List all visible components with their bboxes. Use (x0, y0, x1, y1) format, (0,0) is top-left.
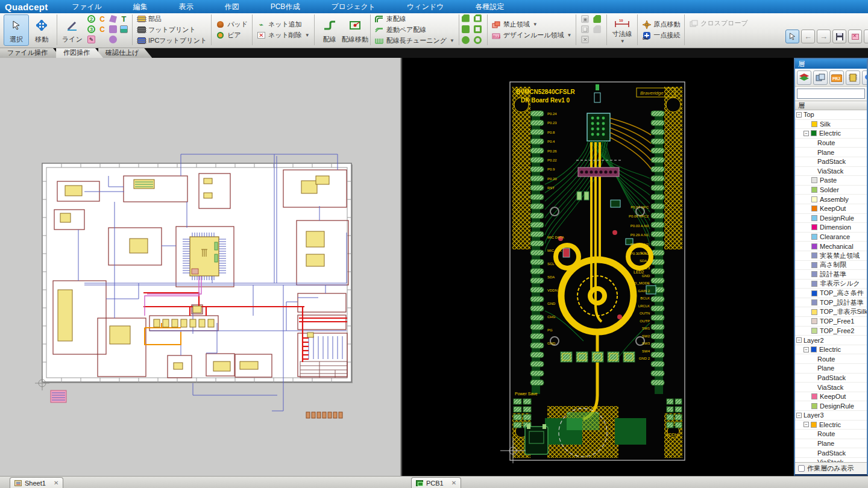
prj-folder-icon[interactable]: PRJ (829, 70, 844, 85)
doc-tab-1[interactable]: 作図操作 (56, 48, 103, 58)
layers-stack-icon[interactable] (797, 70, 811, 85)
layer-row-TOP_Free2[interactable]: TOP_Free2 (795, 327, 867, 336)
layer-row-Assembly[interactable]: Assembly (795, 195, 867, 204)
line-button[interactable]: ライン (60, 14, 85, 46)
layer-row-ViaStack[interactable]: ViaStack (795, 458, 867, 462)
doc-tab-0[interactable]: ファイル操作 (0, 48, 61, 58)
layer-row-Layer2[interactable]: −Layer2 (795, 336, 867, 345)
layer-row-Plane[interactable]: Plane (795, 439, 867, 449)
arc-3pt-icon[interactable]: C (98, 25, 106, 33)
layer-row-PadStack[interactable]: PadStack (795, 157, 867, 167)
diff-pair-button[interactable]: 差動ペア配線 (373, 25, 456, 35)
component-icon[interactable] (846, 70, 860, 85)
filled-rect-icon[interactable] (462, 25, 470, 33)
pcb1-tab[interactable]: PCB1 ✕ (411, 477, 461, 488)
length-tuning-button[interactable]: 配線長チューニング▼ (373, 36, 456, 46)
net-add-button[interactable]: ⌁ ネット追加 (255, 19, 312, 30)
polygon-icon[interactable] (109, 15, 117, 23)
text-tool-icon[interactable]: T (120, 15, 128, 23)
save-button[interactable] (832, 30, 846, 43)
footprint-button[interactable]: フットプリント (135, 25, 209, 35)
layer-row-Paste[interactable]: Paste (795, 176, 867, 186)
layer-row-非表示シルク[interactable]: 非表示シルク (795, 280, 867, 289)
rect-icon[interactable] (109, 25, 117, 33)
edit-pencil-icon[interactable]: ✎ (87, 36, 95, 43)
layer-expander[interactable]: − (804, 347, 809, 352)
close-window-button[interactable] (848, 30, 862, 43)
move-button[interactable]: 移動 (29, 14, 54, 46)
layer-row-Route[interactable]: Route (795, 139, 867, 148)
layer-row-設計基準[interactable]: 設計基準 (795, 270, 867, 280)
menu-item-4[interactable]: PCB作成 (255, 0, 316, 13)
menu-item-6[interactable]: ウィンドウ (391, 0, 459, 13)
quick-select-button[interactable] (785, 30, 799, 43)
layer-row-Top[interactable]: −Top (795, 110, 867, 120)
sheet1-close-icon[interactable]: ✕ (54, 480, 58, 486)
filled-polygon-icon[interactable] (462, 14, 470, 22)
image-icon[interactable] (120, 25, 128, 33)
bundle-route-button[interactable]: 束配線 (373, 14, 456, 24)
layer-expander[interactable]: − (796, 112, 802, 117)
layer-row-Electric[interactable]: −Electric (795, 421, 867, 430)
layer-expander[interactable]: − (804, 422, 809, 427)
layer-row-PadStack[interactable]: PadStack (795, 448, 867, 458)
outline-rect-icon[interactable] (474, 25, 482, 33)
menu-item-2[interactable]: 表示 (163, 0, 209, 13)
windows-icon[interactable] (813, 70, 828, 85)
select-button[interactable]: 選択 (4, 14, 29, 46)
area-green-icon[interactable] (593, 15, 601, 23)
single-point-button[interactable]: GND 一点接続 (640, 30, 682, 40)
route-button[interactable]: 配線 (317, 14, 342, 46)
undo-back-button[interactable]: ← (801, 30, 815, 43)
route-move-button[interactable]: 配線移動 (342, 14, 368, 46)
zoom-button[interactable] (864, 30, 868, 43)
layer-row-KeepOut[interactable]: KeepOut (795, 392, 867, 402)
layer-row-Silk[interactable]: Silk (795, 120, 867, 130)
layer-row-Clearance[interactable]: Clearance (795, 233, 867, 242)
menu-item-1[interactable]: 編集 (118, 0, 163, 13)
layer-row-TOP_Free1[interactable]: TOP_Free1 (795, 317, 867, 327)
layer-row-Plane[interactable]: Plane (795, 364, 867, 374)
layer-row-ViaStack[interactable]: ViaStack (795, 383, 867, 392)
layer-row-Layer3[interactable]: −Layer3 (795, 411, 867, 421)
layer-row-DesignRule[interactable]: DesignRule (795, 401, 867, 411)
layer-row-高さ制限[interactable]: 高さ制限 (795, 261, 867, 271)
circle-3pt-icon[interactable]: 3 (87, 25, 95, 33)
layer-expander[interactable]: − (796, 337, 802, 343)
keepout-area-button[interactable]: 禁止領域▼ (490, 19, 573, 30)
outline-polygon-icon[interactable] (474, 14, 482, 22)
dimension-button[interactable]: 10 寸法線 ▼ (609, 14, 635, 46)
pad-button[interactable]: パッド (214, 19, 250, 30)
layer-row-ViaStack[interactable]: ViaStack (795, 167, 867, 177)
ipc-footprint-button[interactable]: IPCフットプリント (135, 36, 209, 46)
net-delete-button[interactable]: ✕ ネット削除▼ (255, 30, 312, 40)
via-button[interactable]: ビア (214, 30, 250, 40)
origin-move-button[interactable]: 原点移動 (640, 19, 682, 30)
layer-row-TOP_高さ条件[interactable]: TOP_高さ条件 (795, 289, 867, 298)
layer-row-Route[interactable]: Route (795, 430, 867, 439)
menu-item-0[interactable]: ファイル (57, 0, 118, 13)
doc-tab-2[interactable]: 確認仕上げ (98, 48, 152, 58)
circle-2pt-icon[interactable]: 2 (87, 15, 95, 23)
layer-row-TOP_設計基準[interactable]: TOP_設計基準 (795, 298, 867, 308)
layer-filter-input[interactable] (797, 89, 865, 99)
schematic-canvas[interactable] (0, 58, 401, 476)
pcb1-close-icon[interactable]: ✕ (451, 480, 456, 486)
pcb-canvas[interactable]: BVMCN52840CFSLR DK Board Rev1 0 Braverid… (403, 58, 794, 476)
layer-row-Plane[interactable]: Plane (795, 148, 867, 157)
layer-row-TOP_非表示Silk[interactable]: TOP_非表示Silk (795, 307, 867, 317)
layer-row-Mechanical[interactable]: Mechanical (795, 242, 867, 251)
layer-row-Solder[interactable]: Solder (795, 186, 867, 195)
design-rule-area-button[interactable]: RULE デザインルール領域▼ (490, 30, 573, 40)
layer-row-Electric[interactable]: −Electric (795, 345, 867, 355)
layer-row-Dimension[interactable]: Dimension (795, 223, 867, 233)
working-layer-only-row[interactable]: 作業層のみ表示 (795, 462, 867, 474)
arc-2pt-icon[interactable]: C (98, 15, 106, 23)
filled-circle-icon[interactable] (462, 36, 470, 44)
layer-row-Route[interactable]: Route (795, 354, 867, 364)
layer-expander[interactable]: − (796, 413, 802, 418)
layer-expander[interactable]: − (804, 131, 809, 136)
menu-item-5[interactable]: プロジェクト (315, 0, 391, 13)
menu-item-7[interactable]: 各種設定 (459, 0, 520, 13)
sheet1-tab[interactable]: Sheet1 ✕ (10, 477, 63, 488)
